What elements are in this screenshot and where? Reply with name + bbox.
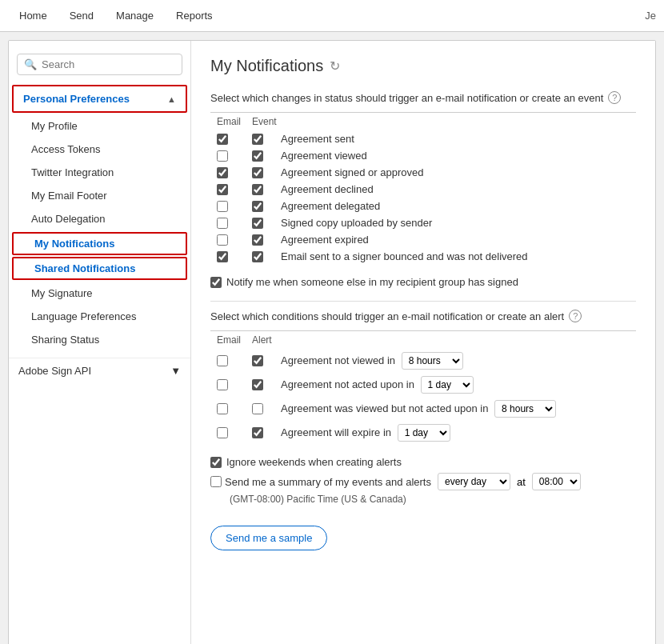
- cb-ignore-weekends[interactable]: [210, 457, 222, 468]
- cb-email-bounced[interactable]: [217, 251, 228, 262]
- alert-label-viewed-not-acted: Agreement was viewed but not acted upon …: [281, 400, 559, 418]
- select-summary-time[interactable]: 08:00 09:00 10:00 12:00: [532, 473, 581, 490]
- cb-event-agreement-declined[interactable]: [252, 184, 263, 195]
- sidebar-item-my-notifications[interactable]: My Notifications: [12, 232, 187, 255]
- notif-row-agreement-viewed: Agreement viewed: [210, 147, 636, 164]
- alert-row-expire: Agreement will expire in 1 day 2 days 3 …: [210, 421, 636, 445]
- alert-col-headers: Email Alert: [210, 331, 636, 349]
- notif-row-agreement-signed: Agreement signed or approved: [210, 164, 636, 181]
- timezone-text: (GMT-08:00) Pacific Time (US & Canada): [230, 494, 636, 505]
- nav-send[interactable]: Send: [58, 0, 105, 32]
- alert-table: Email Alert Agreement not viewed in 4 ho…: [210, 330, 636, 445]
- notif-label-agreement-viewed: Agreement viewed: [281, 150, 367, 162]
- cb-email-agreement-signed[interactable]: [217, 167, 228, 178]
- alert-row-viewed-not-acted: Agreement was viewed but not acted upon …: [210, 397, 636, 421]
- cb-email-viewed-not-acted[interactable]: [217, 403, 228, 414]
- section-divider: [210, 301, 636, 302]
- alert-label-expire: Agreement will expire in 1 day 2 days 3 …: [281, 424, 454, 442]
- cb-event-agreement-expired[interactable]: [252, 234, 263, 246]
- sidebar-item-my-profile[interactable]: My Profile: [9, 114, 190, 138]
- adobe-sign-api-section[interactable]: Adobe Sign API ▼: [9, 358, 190, 383]
- send-sample-button[interactable]: Send me a sample: [210, 526, 327, 550]
- personal-preferences-label: Personal Preferences: [23, 93, 130, 105]
- alert-col-header-alert: Alert: [252, 334, 272, 346]
- col-header-email: Email: [217, 116, 252, 127]
- notification-table: Email Event Agreement sent Agreement vie…: [210, 112, 636, 265]
- select-summary-freq[interactable]: every day every week never: [438, 473, 510, 490]
- cb-email-agreement-expired[interactable]: [217, 234, 228, 246]
- cb-email-agreement-viewed[interactable]: [217, 150, 228, 162]
- nav-manage[interactable]: Manage: [105, 0, 165, 32]
- alert-row-not-viewed: Agreement not viewed in 4 hours 8 hours …: [210, 349, 636, 373]
- sidebar: 🔍 Personal Preferences ▲ My Profile Acce…: [9, 41, 191, 644]
- notif-label-agreement-signed: Agreement signed or approved: [281, 166, 424, 178]
- select-not-acted-days[interactable]: 1 day 2 days 3 days 7 days: [421, 376, 474, 394]
- sidebar-item-my-email-footer[interactable]: My Email Footer: [9, 184, 190, 207]
- notif-label-agreement-delegated: Agreement delegated: [281, 200, 380, 212]
- sidebar-item-twitter-integration[interactable]: Twitter Integration: [9, 161, 190, 184]
- notify-group-row: Notify me when someone else in my recipi…: [210, 276, 636, 288]
- alert-row-not-acted: Agreement not acted upon in 1 day 2 days…: [210, 373, 636, 397]
- cb-alert-not-viewed[interactable]: [252, 355, 263, 366]
- search-input[interactable]: [42, 58, 175, 70]
- main-content: My Notifications ↻ Select which changes …: [191, 41, 655, 644]
- search-box[interactable]: 🔍: [17, 54, 182, 75]
- notify-group-label: Notify me when someone else in my recipi…: [226, 276, 518, 288]
- notif-label-bounced: Email sent to a signer bounced and was n…: [281, 250, 528, 262]
- refresh-icon[interactable]: ↻: [330, 58, 340, 74]
- select-expire-days[interactable]: 1 day 2 days 3 days 7 days: [398, 424, 450, 442]
- sidebar-item-shared-notifications[interactable]: Shared Notifications: [12, 257, 187, 280]
- cb-event-agreement-sent[interactable]: [252, 134, 263, 145]
- sidebar-item-my-signature[interactable]: My Signature: [9, 282, 190, 305]
- cb-alert-expire[interactable]: [252, 427, 263, 438]
- help-icon-section2[interactable]: ?: [569, 310, 582, 322]
- page-wrapper: 🔍 Personal Preferences ▲ My Profile Acce…: [8, 40, 656, 644]
- cb-summary[interactable]: [210, 476, 222, 487]
- cb-event-agreement-viewed[interactable]: [252, 150, 263, 162]
- top-nav: Home Send Manage Reports Je: [0, 0, 664, 32]
- summary-at-label: at: [517, 476, 526, 488]
- alert-label-not-acted: Agreement not acted upon in 1 day 2 days…: [281, 376, 477, 394]
- notif-row-agreement-delegated: Agreement delegated: [210, 198, 636, 214]
- cb-email-not-viewed[interactable]: [217, 355, 228, 366]
- user-initial: Je: [645, 10, 656, 22]
- personal-preferences-header[interactable]: Personal Preferences ▲: [12, 85, 187, 113]
- page-title: My Notifications: [210, 57, 323, 75]
- sidebar-item-sharing-status[interactable]: Sharing Status: [9, 328, 190, 351]
- summary-row: Send me a summary of my events and alert…: [210, 473, 636, 490]
- cb-event-agreement-delegated[interactable]: [252, 201, 263, 212]
- cb-email-not-acted[interactable]: [217, 379, 228, 390]
- cb-event-signed-copy[interactable]: [252, 218, 263, 229]
- notif-row-agreement-expired: Agreement expired: [210, 231, 636, 248]
- cb-email-agreement-delegated[interactable]: [217, 201, 228, 212]
- notif-row-email-bounced: Email sent to a signer bounced and was n…: [210, 248, 636, 265]
- cb-notify-group[interactable]: [210, 277, 222, 288]
- help-icon-section1[interactable]: ?: [608, 91, 621, 104]
- cb-email-signed-copy[interactable]: [217, 218, 228, 229]
- notif-label-agreement-expired: Agreement expired: [281, 234, 369, 246]
- cb-event-bounced[interactable]: [252, 251, 263, 262]
- cb-alert-viewed-not-acted[interactable]: [252, 403, 263, 414]
- cb-email-agreement-sent[interactable]: [217, 134, 228, 145]
- nav-reports[interactable]: Reports: [165, 0, 224, 32]
- cb-event-agreement-signed[interactable]: [252, 167, 263, 178]
- select-not-viewed-hours[interactable]: 4 hours 8 hours 12 hours 24 hours: [402, 352, 463, 370]
- section2-desc: Select which conditions should trigger a…: [210, 310, 636, 322]
- layout: 🔍 Personal Preferences ▲ My Profile Acce…: [9, 41, 655, 644]
- cb-email-agreement-declined[interactable]: [217, 184, 228, 195]
- ignore-weekends-label: Ignore weekends when creating alerts: [226, 456, 402, 468]
- section1-desc: Select which changes in status should tr…: [210, 91, 636, 104]
- cb-alert-not-acted[interactable]: [252, 379, 263, 390]
- sidebar-item-language-preferences[interactable]: Language Preferences: [9, 305, 190, 328]
- notif-label-signed-copy: Signed copy uploaded by sender: [281, 217, 432, 229]
- sidebar-item-access-tokens[interactable]: Access Tokens: [9, 138, 190, 161]
- page-title-row: My Notifications ↻: [210, 57, 636, 75]
- col-header-event: Event: [252, 116, 277, 127]
- cb-email-expire[interactable]: [217, 427, 228, 438]
- sidebar-item-auto-delegation[interactable]: Auto Delegation: [9, 207, 190, 230]
- select-viewed-not-acted-hours[interactable]: 4 hours 8 hours 12 hours 24 hours: [494, 400, 556, 418]
- nav-home[interactable]: Home: [8, 0, 58, 32]
- alert-label-not-viewed: Agreement not viewed in 4 hours 8 hours …: [281, 352, 466, 370]
- adobe-sign-api-label: Adobe Sign API: [18, 365, 91, 377]
- summary-prefix-label: Send me a summary of my events and alert…: [225, 476, 431, 488]
